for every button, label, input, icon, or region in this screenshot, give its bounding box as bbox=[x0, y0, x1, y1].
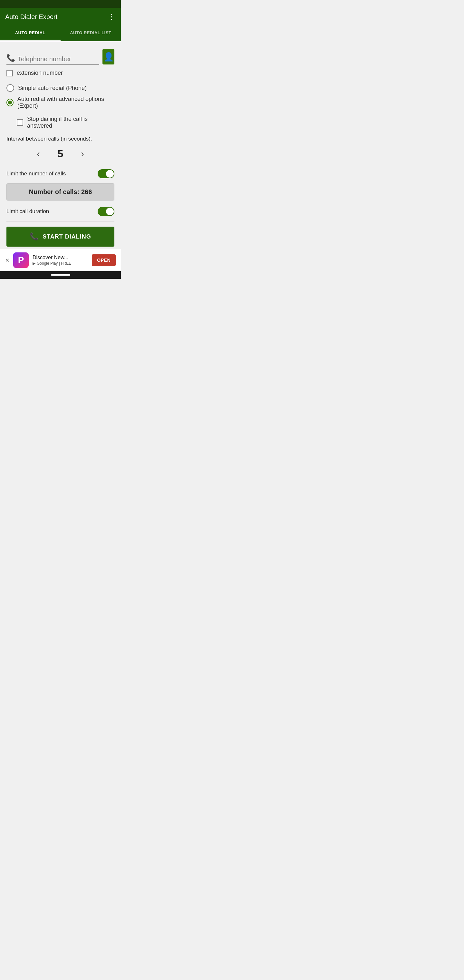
phone-input[interactable] bbox=[18, 56, 99, 63]
ad-text-block: Discover New... ▶ Google Play | FREE bbox=[33, 255, 88, 266]
radio-group: Simple auto redial (Phone) Auto redial w… bbox=[6, 84, 114, 109]
app-bar: Auto Dialer Expert ⋮ bbox=[0, 8, 121, 26]
tab-auto-redial[interactable]: AUTO REDIAL bbox=[0, 26, 60, 41]
ad-close-left-icon[interactable]: ✕ bbox=[5, 257, 10, 263]
phone-input-wrapper: 📞 bbox=[6, 54, 99, 64]
bottom-home-indicator bbox=[51, 274, 70, 275]
stop-dialing-label: Stop dialing if the call is answered bbox=[27, 116, 114, 129]
interval-value: 5 bbox=[54, 148, 67, 160]
interval-control: ‹ 5 › bbox=[6, 147, 114, 160]
radio-expert-button[interactable] bbox=[6, 99, 14, 107]
divider bbox=[6, 221, 114, 221]
contact-icon: 👤 bbox=[103, 52, 114, 62]
limit-calls-row: Limit the number of calls bbox=[6, 169, 114, 178]
ad-open-button[interactable]: OPEN bbox=[92, 255, 116, 266]
start-dialing-icon: 📞 bbox=[30, 232, 39, 241]
app-title: Auto Dialer Expert bbox=[5, 13, 57, 21]
stop-dialing-checkbox[interactable] bbox=[17, 119, 23, 126]
extension-label: extension number bbox=[17, 70, 63, 76]
calls-box[interactable]: Number of calls: 266 bbox=[6, 183, 114, 200]
google-play-icon: ▶ bbox=[33, 261, 35, 266]
limit-calls-label: Limit the number of calls bbox=[6, 170, 66, 177]
calls-box-text: Number of calls: 266 bbox=[29, 188, 92, 196]
radio-simple-button[interactable] bbox=[6, 84, 14, 92]
phone-input-row: 📞 👤 bbox=[6, 49, 114, 64]
ad-title: Discover New... bbox=[33, 255, 88, 261]
interval-prev-button[interactable]: ‹ bbox=[33, 147, 43, 160]
tabs-bar: AUTO REDIAL AUTO REDIAL LIST bbox=[0, 26, 121, 41]
limit-duration-toggle[interactable] bbox=[98, 207, 114, 216]
limit-calls-knob bbox=[106, 170, 114, 178]
radio-expert[interactable]: Auto redial with advanced options (Exper… bbox=[6, 96, 114, 109]
bottom-nav-bar bbox=[0, 271, 121, 279]
phone-icon: 📞 bbox=[6, 54, 15, 62]
extension-checkbox[interactable] bbox=[6, 70, 13, 76]
stop-dialing-row: Stop dialing if the call is answered bbox=[17, 116, 114, 129]
ad-subtitle: ▶ Google Play | FREE bbox=[33, 261, 88, 266]
start-dialing-button[interactable]: 📞 START DIALING bbox=[6, 227, 114, 247]
ad-app-icon: P bbox=[13, 252, 29, 268]
more-options-icon[interactable]: ⋮ bbox=[108, 13, 116, 21]
limit-duration-label: Limit call duration bbox=[6, 208, 49, 215]
radio-simple[interactable]: Simple auto redial (Phone) bbox=[6, 84, 114, 92]
interval-next-button[interactable]: › bbox=[77, 147, 88, 160]
extension-row: extension number bbox=[6, 70, 114, 76]
ad-banner: ✕ P Discover New... ▶ Google Play | FREE… bbox=[0, 249, 121, 271]
interval-label: Interval between calls (in seconds): bbox=[6, 136, 114, 142]
ad-subtitle-text: Google Play | FREE bbox=[37, 261, 71, 266]
main-content: 📞 👤 extension number Simple auto redial … bbox=[0, 41, 121, 247]
status-bar bbox=[0, 0, 121, 8]
ad-icon-letter: P bbox=[18, 255, 24, 265]
limit-calls-toggle[interactable] bbox=[98, 169, 114, 178]
start-dialing-label: START DIALING bbox=[43, 233, 91, 240]
radio-simple-label: Simple auto redial (Phone) bbox=[18, 85, 87, 92]
tab-auto-redial-list[interactable]: AUTO REDIAL LIST bbox=[60, 26, 121, 41]
limit-duration-row: Limit call duration bbox=[6, 207, 114, 216]
contact-picker-button[interactable]: 👤 bbox=[102, 49, 114, 64]
radio-expert-label: Auto redial with advanced options (Exper… bbox=[17, 96, 114, 109]
limit-duration-knob bbox=[106, 208, 114, 215]
radio-expert-inner bbox=[8, 100, 12, 105]
